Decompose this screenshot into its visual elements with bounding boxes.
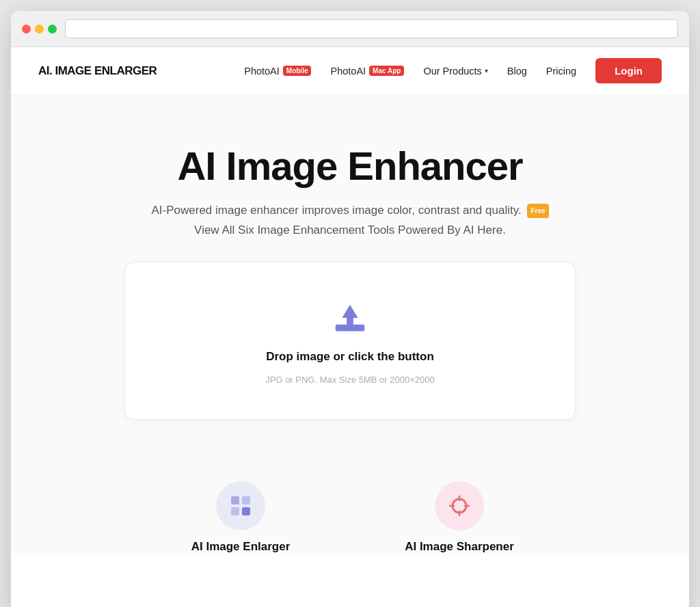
hero-title: AI Image Enhancer <box>38 143 662 189</box>
upload-box[interactable]: Drop image or click the button JPG or PN… <box>124 262 576 420</box>
free-badge: Free <box>527 204 548 218</box>
nav-photoai-mobile[interactable]: PhotoAI Mobile <box>244 66 311 77</box>
svg-rect-3 <box>231 507 239 515</box>
tool-icon-sharpener <box>435 481 484 530</box>
svg-marker-1 <box>342 305 358 326</box>
tool-card-enlarger: AI Image Enlarger <box>165 481 316 554</box>
minimize-button[interactable] <box>35 25 44 33</box>
svg-rect-4 <box>242 496 250 504</box>
browser-window: AI. IMAGE ENLARGER PhotoAI Mobile PhotoA… <box>11 11 689 607</box>
nav-our-products[interactable]: Our Products ▾ <box>423 66 487 77</box>
upload-file-info: JPG or PNG. Max Size 5MB or 2000×2000 <box>265 375 434 385</box>
mobile-badge: Mobile <box>283 66 312 76</box>
tool-card-sharpener: AI Image Sharpener <box>384 481 535 554</box>
hero-section: AI Image Enhancer AI-Powered image enhan… <box>11 95 689 447</box>
svg-rect-2 <box>231 496 239 504</box>
login-button[interactable]: Login <box>595 58 662 83</box>
upload-drop-title: Drop image or click the button <box>266 350 434 364</box>
bottom-tools-section: AI Image Enlarger AI Image Sharpener <box>11 447 689 554</box>
nav-blog[interactable]: Blog <box>507 66 527 77</box>
page-content: AI. IMAGE ENLARGER PhotoAI Mobile PhotoA… <box>11 47 689 607</box>
nav-links: PhotoAI Mobile PhotoAI Mac App Our Produ… <box>244 58 662 83</box>
tool-name-sharpener: AI Image Sharpener <box>405 540 514 554</box>
mac-badge: Mac App <box>369 66 404 76</box>
close-button[interactable] <box>22 25 31 33</box>
logo: AI. IMAGE ENLARGER <box>38 64 157 78</box>
tool-name-enlarger: AI Image Enlarger <box>191 540 291 554</box>
svg-rect-5 <box>242 507 250 515</box>
tool-icon-enlarger <box>216 481 265 530</box>
upload-icon <box>329 297 371 339</box>
traffic-lights <box>22 25 57 33</box>
address-bar[interactable] <box>65 19 678 38</box>
chevron-down-icon: ▾ <box>485 67 488 75</box>
nav-pricing[interactable]: Pricing <box>546 66 576 77</box>
hero-subtitle-2: View All Six Image Enhancement Tools Pow… <box>38 224 662 237</box>
navbar: AI. IMAGE ENLARGER PhotoAI Mobile PhotoA… <box>11 47 689 95</box>
browser-chrome <box>11 11 689 47</box>
maximize-button[interactable] <box>48 25 57 33</box>
nav-photoai-mac[interactable]: PhotoAI Mac App <box>330 66 404 77</box>
hero-subtitle-1: AI-Powered image enhancer improves image… <box>38 201 662 221</box>
